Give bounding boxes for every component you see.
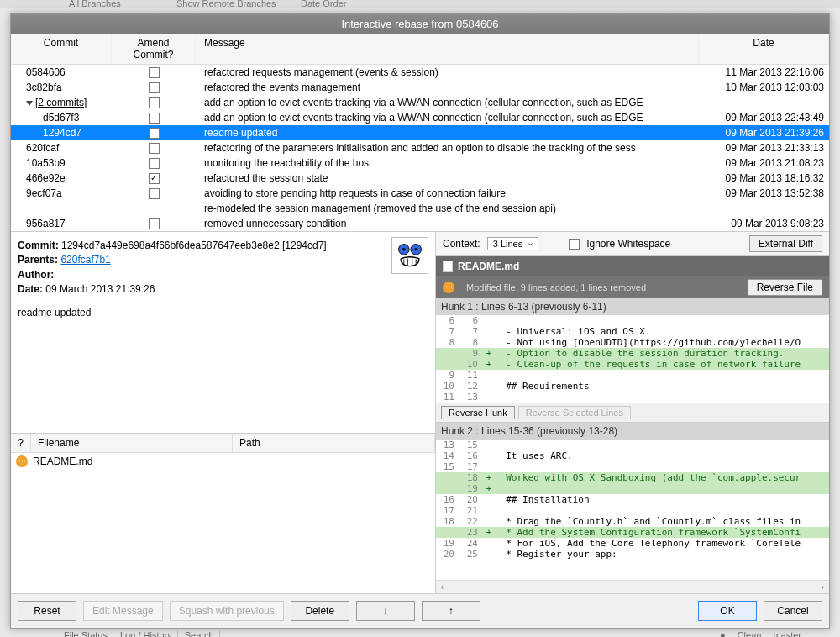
- status-clean: Clean: [732, 630, 767, 637]
- diff-line[interactable]: 1721: [436, 505, 829, 516]
- diff-filename: README.md: [458, 261, 519, 272]
- diff-line[interactable]: 1113: [436, 392, 829, 403]
- diff-line[interactable]: 77 - Universal: iOS and OS X.: [436, 326, 829, 337]
- table-row[interactable]: 1294cd7readme updated09 Mar 2013 21:39:2…: [11, 125, 829, 140]
- avatar: [391, 237, 428, 274]
- edit-message-button: Edit Message: [83, 601, 163, 621]
- diff-line[interactable]: 19+: [436, 483, 829, 494]
- table-row[interactable]: [2 commits]add an option to evict events…: [11, 95, 829, 110]
- header-message[interactable]: Message: [196, 34, 699, 64]
- diff-line[interactable]: 1517: [436, 461, 829, 472]
- diff-line[interactable]: 1924 * For iOS, Add the Core Telephony f…: [436, 538, 829, 549]
- diff-line[interactable]: 10+ - Clean-up of the requests in case o…: [436, 359, 829, 370]
- file-list-panel: ? Filename Path ⋯README.md: [11, 434, 435, 593]
- parents-label: Parents:: [18, 254, 58, 266]
- cancel-button[interactable]: Cancel: [764, 601, 822, 621]
- amend-checkbox[interactable]: [149, 143, 160, 154]
- author-label: Author:: [18, 269, 54, 281]
- move-down-button[interactable]: ↓: [356, 601, 415, 621]
- diff-line[interactable]: 18+ Worked with OS X Sandboxing (add the…: [436, 472, 829, 483]
- file-icon: [443, 261, 453, 272]
- rebase-dialog: Interactive rebase from 0584606 Commit A…: [10, 13, 830, 629]
- amend-checkbox[interactable]: [149, 188, 160, 199]
- table-row[interactable]: re-modeled the session management (remov…: [11, 201, 829, 216]
- svg-point-2: [402, 248, 406, 251]
- amend-checkbox[interactable]: [149, 128, 160, 139]
- date-label: Date:: [18, 283, 43, 295]
- status-file-status[interactable]: File Status: [59, 630, 113, 637]
- amend-checkbox[interactable]: [149, 67, 160, 78]
- commits-table: Commit Amend Commit? Message Date 058460…: [11, 34, 829, 232]
- diff-line[interactable]: 1012 ## Requirements: [436, 381, 829, 392]
- amend-checkbox[interactable]: [149, 218, 160, 229]
- reset-button[interactable]: Reset: [18, 601, 76, 621]
- status-search[interactable]: Search: [180, 630, 220, 637]
- diff-line[interactable]: 911: [436, 370, 829, 381]
- diff-line[interactable]: 2025 * Register your app:: [436, 549, 829, 560]
- horizontal-scrollbar[interactable]: ‹ ›: [436, 580, 829, 593]
- external-diff-button[interactable]: External Diff: [749, 235, 822, 252]
- hunk1-header: Hunk 1 : Lines 6-13 (previously 6-11): [436, 298, 829, 315]
- header-amend[interactable]: Amend Commit?: [112, 34, 196, 64]
- file-header-q[interactable]: ?: [11, 434, 31, 452]
- diff-file-stats: Modified file, 9 lines added, 1 lines re…: [466, 282, 646, 292]
- table-row[interactable]: 956a817removed unnecessary condition09 M…: [11, 216, 829, 231]
- reverse-selected-button: Reverse Selected Lines: [518, 406, 631, 419]
- amend-checkbox[interactable]: [149, 158, 160, 169]
- table-row[interactable]: d5d67f3add an option to evict events tra…: [11, 110, 829, 125]
- date-value: 09 March 2013 21:39:26: [45, 283, 155, 295]
- header-date[interactable]: Date: [699, 34, 829, 64]
- amend-checkbox[interactable]: [149, 82, 160, 93]
- file-header-filename[interactable]: Filename: [31, 434, 233, 452]
- svg-point-3: [414, 248, 417, 251]
- diff-line[interactable]: 1315: [436, 440, 829, 450]
- diff-line[interactable]: 66: [436, 315, 829, 326]
- list-item[interactable]: ⋯README.md: [11, 453, 435, 470]
- table-row[interactable]: 620fcafrefactoring of the parameters ini…: [11, 140, 829, 155]
- squash-button: Squash with previous: [170, 601, 284, 621]
- show-remote-bg: Show Remote Branches: [176, 0, 276, 8]
- dialog-title: Interactive rebase from 0584606: [11, 14, 829, 34]
- hunk2-header: Hunk 2 : Lines 15-36 (previously 13-28): [436, 423, 829, 440]
- amend-checkbox[interactable]: ✓: [149, 173, 160, 184]
- context-label: Context:: [443, 238, 480, 250]
- diff-line[interactable]: 9+ - Option to disable the session durat…: [436, 348, 829, 359]
- commit-hash: 1294cd7a449e698a4f66bf6dea587647eeb3e8e2…: [61, 240, 327, 251]
- table-row[interactable]: 3c82bfarefactored the events management1…: [11, 80, 829, 95]
- modified-icon: ⋯: [16, 455, 28, 467]
- parents-link[interactable]: 620fcaf7b1: [60, 254, 110, 266]
- ok-button[interactable]: OK: [698, 601, 757, 621]
- ignore-whitespace-checkbox[interactable]: [569, 239, 580, 250]
- diff-line[interactable]: 88 - Not using [OpenUDID](https://github…: [436, 337, 829, 348]
- header-commit[interactable]: Commit: [11, 34, 112, 64]
- move-up-button[interactable]: ↑: [422, 601, 480, 621]
- commit-detail-panel: Commit: 1294cd7a449e698a4f66bf6dea587647…: [11, 232, 435, 434]
- status-branch[interactable]: master: [768, 630, 806, 637]
- commit-label: Commit:: [18, 240, 59, 251]
- diff-viewer[interactable]: Hunk 1 : Lines 6-13 (previously 6-11) 66…: [436, 298, 829, 580]
- date-order-bg: Date Order: [301, 0, 346, 8]
- reverse-hunk-button[interactable]: Reverse Hunk: [441, 406, 515, 419]
- diff-line[interactable]: 1416 It uses ARC.: [436, 450, 829, 461]
- file-header-path[interactable]: Path: [233, 434, 435, 452]
- diff-line[interactable]: 1620 ## Installation: [436, 494, 829, 505]
- reverse-file-button[interactable]: Reverse File: [748, 279, 822, 296]
- table-row[interactable]: 466e92e✓refactored the session state09 M…: [11, 171, 829, 186]
- ignore-whitespace-label: Ignore Whitespace: [586, 238, 670, 250]
- branches-dropdown-bg: All Branches: [69, 0, 121, 8]
- amend-checkbox[interactable]: [149, 113, 160, 124]
- context-dropdown[interactable]: 3 Lines: [487, 237, 538, 250]
- amend-checkbox[interactable]: [149, 97, 160, 108]
- diff-line[interactable]: 23+ * Add the System Configuration frame…: [436, 527, 829, 538]
- modified-icon: ⋯: [443, 282, 454, 293]
- diff-line[interactable]: 1822 * Drag the `Countly.h` and `Countly…: [436, 516, 829, 527]
- commit-message: readme updated: [18, 306, 428, 320]
- table-row[interactable]: 0584606refactored requests management (e…: [11, 65, 829, 80]
- table-row[interactable]: 9ecf07aavoiding to store pending http re…: [11, 186, 829, 201]
- delete-button[interactable]: Delete: [291, 601, 349, 621]
- status-log[interactable]: Log / History: [115, 630, 178, 637]
- table-row[interactable]: 10a53b9monitoring the reachability of th…: [11, 155, 829, 171]
